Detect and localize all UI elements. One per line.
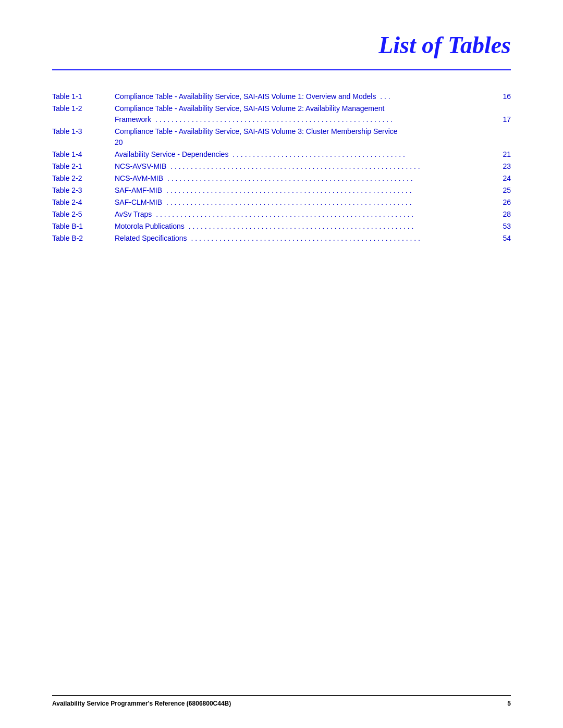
toc-entry-b-2[interactable]: Table B-2 Related Specifications . . . .… — [52, 233, 511, 244]
toc-entry-1-2[interactable]: Table 1-2 Compliance Table - Availabilit… — [52, 103, 511, 125]
toc-page: 54 — [503, 233, 511, 244]
toc-content: Compliance Table - Availability Service,… — [115, 91, 511, 102]
toc-page: 16 — [503, 91, 511, 102]
toc-multiline-content: Compliance Table - Availability Service,… — [115, 103, 511, 125]
toc-multiline-content: Compliance Table - Availability Service,… — [115, 126, 511, 148]
toc-dots: . . . . . . . . . . . . . . . . . . . . … — [189, 233, 501, 244]
toc-text[interactable]: Compliance Table - Availability Service,… — [115, 91, 376, 102]
toc-label[interactable]: Table 2-4 — [52, 197, 115, 208]
toc-label[interactable]: Table 1-3 — [52, 126, 115, 148]
toc-text[interactable]: Compliance Table - Availability Service,… — [115, 126, 398, 137]
toc-row-second: 20 — [115, 137, 511, 148]
toc-row-first: Compliance Table - Availability Service,… — [115, 103, 511, 114]
toc-label[interactable]: Table B-2 — [52, 233, 115, 244]
footer-page-number: 5 — [507, 700, 511, 707]
toc-entry-2-3[interactable]: Table 2-3 SAF-AMF-MIB . . . . . . . . . … — [52, 185, 511, 196]
toc-dots: . . . . . . . . . . . . . . . . . . . . … — [153, 114, 500, 125]
toc-content: NCS-AVM-MIB . . . . . . . . . . . . . . … — [115, 173, 511, 184]
toc-page: 26 — [503, 197, 511, 208]
toc-page: 24 — [503, 173, 511, 184]
toc-row-second: Framework . . . . . . . . . . . . . . . … — [115, 114, 511, 125]
toc-entry-b-1[interactable]: Table B-1 Motorola Publications . . . . … — [52, 221, 511, 232]
toc-entry-2-2[interactable]: Table 2-2 NCS-AVM-MIB . . . . . . . . . … — [52, 173, 511, 184]
toc-text[interactable]: Motorola Publications — [115, 221, 185, 232]
horizontal-divider — [52, 69, 511, 70]
toc-entry-1-4[interactable]: Table 1-4 Availability Service - Depende… — [52, 149, 511, 160]
toc-row-first: Compliance Table - Availability Service,… — [115, 126, 511, 137]
toc-page: 23 — [503, 161, 511, 172]
toc-page: 53 — [503, 221, 511, 232]
toc-label[interactable]: Table 1-4 — [52, 149, 115, 160]
toc-content: SAF-AMF-MIB . . . . . . . . . . . . . . … — [115, 185, 511, 196]
toc-entry-1-1[interactable]: Table 1-1 Compliance Table - Availabilit… — [52, 91, 511, 102]
toc-page: 17 — [503, 114, 511, 125]
toc-dots: . . . . . . . . . . . . . . . . . . . . … — [164, 197, 500, 208]
toc-text[interactable]: Compliance Table - Availability Service,… — [115, 103, 385, 114]
toc-text[interactable]: Availability Service - Dependencies — [115, 149, 228, 160]
toc-page: 28 — [503, 209, 511, 220]
toc-content: AvSv Traps . . . . . . . . . . . . . . .… — [115, 209, 511, 220]
toc-label[interactable]: Table 2-2 — [52, 173, 115, 184]
toc-dots: . . . . . . . . . . . . . . . . . . . . … — [230, 149, 500, 160]
title-section: List of Tables — [52, 31, 511, 59]
toc-text[interactable]: NCS-AVM-MIB — [115, 173, 163, 184]
toc-label[interactable]: Table 2-5 — [52, 209, 115, 220]
toc-entry-2-1[interactable]: Table 2-1 NCS-AVSV-MIB . . . . . . . . .… — [52, 161, 511, 172]
toc-continuation[interactable]: 20 — [115, 137, 123, 148]
toc-label[interactable]: Table 1-1 — [52, 91, 115, 102]
toc-dots: . . . . . . . . . . . . . . . . . . . . … — [154, 209, 500, 220]
toc-entry-2-5[interactable]: Table 2-5 AvSv Traps . . . . . . . . . .… — [52, 209, 511, 220]
toc-entry-1-3[interactable]: Table 1-3 Compliance Table - Availabilit… — [52, 126, 511, 148]
toc-entry-2-4[interactable]: Table 2-4 SAF-CLM-MIB . . . . . . . . . … — [52, 197, 511, 208]
toc-dots: . . . . . . . . . . . . . . . . . . . . … — [187, 221, 501, 232]
toc-label[interactable]: Table 2-1 — [52, 161, 115, 172]
toc-text[interactable]: SAF-CLM-MIB — [115, 197, 162, 208]
toc-dots: . . . — [378, 91, 500, 102]
toc-text[interactable]: Related Specifications — [115, 233, 187, 244]
toc-dots: . . . . . . . . . . . . . . . . . . . . … — [168, 161, 500, 172]
page-footer: Availability Service Programmer's Refere… — [52, 695, 511, 707]
toc-content: Availability Service - Dependencies . . … — [115, 149, 511, 160]
toc-label[interactable]: Table 2-3 — [52, 185, 115, 196]
toc-content: Motorola Publications . . . . . . . . . … — [115, 221, 511, 232]
page-container: List of Tables Table 1-1 Compliance Tabl… — [0, 0, 563, 728]
toc-content: SAF-CLM-MIB . . . . . . . . . . . . . . … — [115, 197, 511, 208]
toc-text[interactable]: NCS-AVSV-MIB — [115, 161, 166, 172]
toc-dots: . . . . . . . . . . . . . . . . . . . . … — [165, 173, 500, 184]
toc-content: NCS-AVSV-MIB . . . . . . . . . . . . . .… — [115, 161, 511, 172]
page-title: List of Tables — [378, 31, 511, 59]
footer-left-text: Availability Service Programmer's Refere… — [52, 700, 231, 707]
toc-page: 25 — [503, 185, 511, 196]
toc-continuation[interactable]: Framework — [115, 114, 151, 125]
toc-label[interactable]: Table 1-2 — [52, 103, 115, 125]
toc-label[interactable]: Table B-1 — [52, 221, 115, 232]
toc-dots: . . . . . . . . . . . . . . . . . . . . … — [164, 185, 500, 196]
toc-entries: Table 1-1 Compliance Table - Availabilit… — [52, 91, 511, 245]
toc-text[interactable]: AvSv Traps — [115, 209, 152, 220]
toc-text[interactable]: SAF-AMF-MIB — [115, 185, 162, 196]
toc-content: Related Specifications . . . . . . . . .… — [115, 233, 511, 244]
toc-page: 21 — [503, 149, 511, 160]
